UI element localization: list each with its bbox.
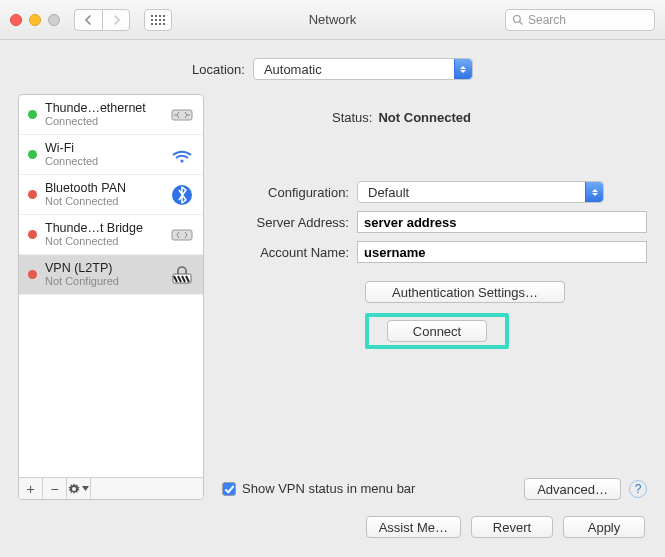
connect-highlight: Connect <box>365 313 509 349</box>
status-label: Status: <box>332 110 372 125</box>
show-all-button[interactable] <box>144 9 172 31</box>
account-name-label: Account Name: <box>222 245 357 260</box>
gear-icon <box>68 483 80 495</box>
advanced-button[interactable]: Advanced… <box>524 478 621 500</box>
status-dot-icon <box>28 270 37 279</box>
select-arrows-icon <box>585 182 603 202</box>
services-sidebar: Thunde…ethernet Connected Wi-Fi Connecte… <box>18 94 204 500</box>
location-value: Automatic <box>254 62 332 77</box>
authentication-settings-button[interactable]: Authentication Settings… <box>365 281 565 303</box>
sidebar-footer: + − <box>19 477 203 499</box>
svg-rect-5 <box>172 230 192 240</box>
service-detail: Status: Not Connected Configuration: Def… <box>222 94 647 500</box>
grid-icon <box>151 15 165 25</box>
configuration-select[interactable]: Default <box>357 181 604 203</box>
configuration-value: Default <box>358 185 419 200</box>
status-dot-icon <box>28 150 37 159</box>
services-list: Thunde…ethernet Connected Wi-Fi Connecte… <box>19 95 203 477</box>
show-vpn-status-label: Show VPN status in menu bar <box>242 481 415 496</box>
assist-me-button[interactable]: Assist Me… <box>366 516 461 538</box>
action-buttons: Authentication Settings… Connect <box>365 281 647 349</box>
main-panel: Thunde…ethernet Connected Wi-Fi Connecte… <box>0 94 665 510</box>
status-dot-icon <box>28 110 37 119</box>
configuration-label: Configuration: <box>222 185 357 200</box>
minimize-window-button[interactable] <box>29 14 41 26</box>
sidebar-item-label: Thunde…t Bridge <box>45 221 161 235</box>
ethernet-icon <box>169 104 195 126</box>
svg-point-0 <box>514 15 521 22</box>
apply-button[interactable]: Apply <box>563 516 645 538</box>
ethernet-icon <box>169 224 195 246</box>
close-window-button[interactable] <box>10 14 22 26</box>
nav-buttons <box>74 9 130 31</box>
svg-point-3 <box>180 159 183 162</box>
connect-button[interactable]: Connect <box>387 320 487 342</box>
service-actions-button[interactable] <box>67 478 91 499</box>
server-address-input[interactable] <box>357 211 647 233</box>
forward-button[interactable] <box>102 9 130 31</box>
sidebar-item-status: Connected <box>45 115 161 128</box>
status-dot-icon <box>28 190 37 199</box>
sidebar-item-status: Not Configured <box>45 275 161 288</box>
sidebar-item-vpn[interactable]: VPN (L2TP) Not Configured <box>19 255 203 295</box>
sidebar-item-label: Thunde…ethernet <box>45 101 161 115</box>
server-address-label: Server Address: <box>222 215 357 230</box>
help-icon: ? <box>635 482 642 496</box>
chevron-left-icon <box>84 15 93 25</box>
location-label: Location: <box>192 62 245 77</box>
status-value: Not Connected <box>378 110 470 125</box>
wifi-icon <box>169 144 195 166</box>
back-button[interactable] <box>74 9 102 31</box>
sidebar-item-status: Connected <box>45 155 161 168</box>
location-row: Location: Automatic <box>0 40 665 94</box>
status-row: Status: Not Connected <box>222 94 647 125</box>
vpn-config-form: Configuration: Default Server Address: A… <box>222 181 647 349</box>
sidebar-item-thunderbolt-bridge[interactable]: Thunde…t Bridge Not Connected <box>19 215 203 255</box>
chevron-down-icon <box>82 486 89 491</box>
vpn-lock-icon <box>169 264 195 286</box>
sidebar-item-bluetooth-pan[interactable]: Bluetooth PAN Not Connected <box>19 175 203 215</box>
revert-button[interactable]: Revert <box>471 516 553 538</box>
svg-line-1 <box>520 21 523 24</box>
sidebar-item-label: Bluetooth PAN <box>45 181 161 195</box>
search-input[interactable]: Search <box>505 9 655 31</box>
remove-service-button[interactable]: − <box>43 478 67 499</box>
sidebar-item-status: Not Connected <box>45 195 161 208</box>
location-select[interactable]: Automatic <box>253 58 473 80</box>
chevron-right-icon <box>112 15 121 25</box>
zoom-window-button[interactable] <box>48 14 60 26</box>
add-service-button[interactable]: + <box>19 478 43 499</box>
select-arrows-icon <box>454 59 472 79</box>
sidebar-item-label: Wi-Fi <box>45 141 161 155</box>
sidebar-item-wifi[interactable]: Wi-Fi Connected <box>19 135 203 175</box>
help-button[interactable]: ? <box>629 480 647 498</box>
window-controls <box>10 14 60 26</box>
window-footer-buttons: Assist Me… Revert Apply <box>0 510 665 538</box>
sidebar-item-thunderbolt-ethernet[interactable]: Thunde…ethernet Connected <box>19 95 203 135</box>
account-name-input[interactable] <box>357 241 647 263</box>
sidebar-item-status: Not Connected <box>45 235 161 248</box>
sidebar-item-label: VPN (L2TP) <box>45 261 161 275</box>
checkbox-checked-icon <box>222 482 236 496</box>
status-dot-icon <box>28 230 37 239</box>
search-placeholder: Search <box>528 13 566 27</box>
search-icon <box>512 14 524 26</box>
bluetooth-icon <box>169 184 195 206</box>
titlebar: Network Search <box>0 0 665 40</box>
